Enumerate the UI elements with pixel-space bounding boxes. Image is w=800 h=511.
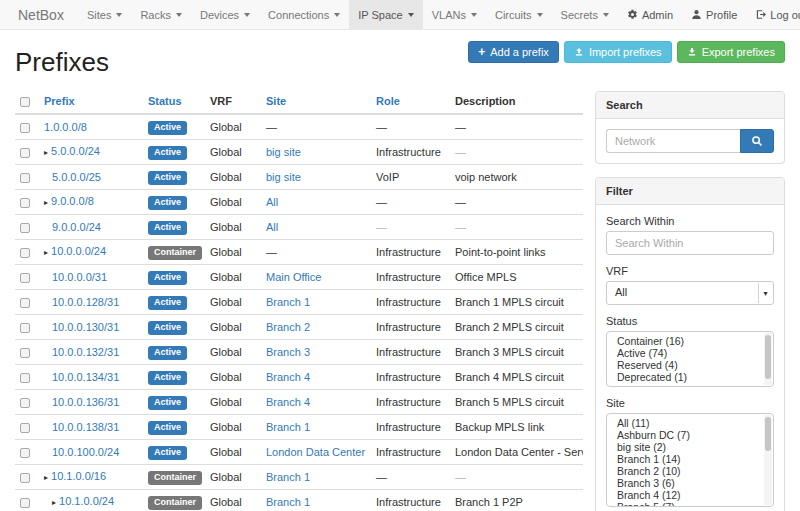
nav-admin[interactable]: Admin (618, 0, 682, 29)
prefix-link[interactable]: 10.0.0.0/24 (51, 245, 106, 257)
row-checkbox[interactable] (20, 273, 30, 283)
row-checkbox[interactable] (20, 423, 30, 433)
status-badge[interactable]: Container (148, 496, 202, 510)
prefix-link[interactable]: 9.0.0.0/8 (51, 195, 94, 207)
site-link[interactable]: Branch 1 (266, 296, 310, 308)
site-link[interactable]: Branch 1 (266, 421, 310, 433)
nav-profile[interactable]: Profile (682, 0, 746, 29)
status-badge[interactable]: Active (148, 221, 187, 235)
site-option[interactable]: Branch 5 (7) (607, 501, 773, 507)
site-link[interactable]: Branch 1 (266, 496, 310, 508)
site-link[interactable]: Branch 4 (266, 396, 310, 408)
row-checkbox[interactable] (20, 123, 30, 133)
status-badge[interactable]: Active (148, 171, 187, 185)
row-checkbox[interactable] (20, 323, 30, 333)
select-all-checkbox[interactable] (20, 97, 30, 107)
add-prefix-button[interactable]: + Add a prefix (468, 41, 559, 63)
row-checkbox[interactable] (20, 248, 30, 258)
site-option[interactable]: Branch 2 (10) (607, 465, 773, 477)
prefix-link[interactable]: 10.0.0.138/31 (52, 421, 119, 433)
row-checkbox[interactable] (20, 173, 30, 183)
site-link[interactable]: Branch 2 (266, 321, 310, 333)
row-checkbox[interactable] (20, 198, 30, 208)
site-link[interactable]: Branch 3 (266, 346, 310, 358)
prefix-link[interactable]: 5.0.0.0/25 (52, 171, 101, 183)
status-badge[interactable]: Active (148, 321, 187, 335)
row-checkbox[interactable] (20, 448, 30, 458)
status-badge[interactable]: Active (148, 396, 187, 410)
brand-logo[interactable]: NetBox (14, 0, 78, 29)
status-option[interactable]: Reserved (4) (607, 359, 773, 371)
status-listbox[interactable]: Container (16)Active (74)Reserved (4)Dep… (606, 331, 774, 387)
nav-item-secrets[interactable]: Secrets (552, 0, 618, 29)
prefix-link[interactable]: 10.0.0.136/31 (52, 396, 119, 408)
import-prefixes-button[interactable]: Import prefixes (564, 41, 672, 63)
prefix-link[interactable]: 10.0.100.0/24 (52, 446, 119, 458)
nav-item-vlans[interactable]: VLANs (423, 0, 486, 29)
status-badge[interactable]: Active (148, 371, 187, 385)
site-link[interactable]: big site (266, 146, 301, 158)
site-link[interactable]: All (266, 196, 278, 208)
vrf-select[interactable]: All ▾ (606, 281, 774, 305)
prefix-link[interactable]: 10.0.0.0/31 (52, 271, 107, 283)
row-checkbox[interactable] (20, 223, 30, 233)
status-badge[interactable]: Active (148, 421, 187, 435)
row-checkbox[interactable] (20, 398, 30, 408)
status-scrollbar-thumb[interactable] (765, 335, 771, 379)
prefix-link[interactable]: 9.0.0.0/24 (52, 221, 101, 233)
site-option[interactable]: Branch 3 (6) (607, 477, 773, 489)
site-link[interactable]: Main Office (266, 271, 321, 283)
site-option[interactable]: Branch 4 (12) (607, 489, 773, 501)
site-link[interactable]: Branch 1 (266, 471, 310, 483)
site-link[interactable]: All (266, 221, 278, 233)
status-badge[interactable]: Active (148, 121, 187, 135)
row-checkbox[interactable] (20, 148, 30, 158)
site-option[interactable]: big site (2) (607, 441, 773, 453)
row-checkbox[interactable] (20, 373, 30, 383)
row-checkbox[interactable] (20, 498, 30, 508)
sort-header-status[interactable]: Status (148, 95, 182, 107)
prefix-link[interactable]: 10.0.0.134/31 (52, 371, 119, 383)
prefix-link[interactable]: 5.0.0.0/24 (51, 145, 100, 157)
search-within-input[interactable] (606, 231, 774, 255)
prefix-link[interactable]: 10.0.0.132/31 (52, 346, 119, 358)
row-checkbox[interactable] (20, 473, 30, 483)
site-link[interactable]: big site (266, 171, 301, 183)
row-checkbox[interactable] (20, 298, 30, 308)
prefix-link[interactable]: 10.0.0.130/31 (52, 321, 119, 333)
prefix-link[interactable]: 10.1.0.0/16 (51, 470, 106, 482)
site-listbox[interactable]: All (11)Ashburn DC (7)big site (2)Branch… (606, 413, 774, 507)
nav-item-circuits[interactable]: Circuits (486, 0, 552, 29)
search-button[interactable] (740, 129, 774, 153)
status-option[interactable]: Container (16) (607, 335, 773, 347)
site-option[interactable]: Branch 1 (14) (607, 453, 773, 465)
status-option[interactable]: Deprecated (1) (607, 371, 773, 383)
sort-header-role[interactable]: Role (376, 95, 400, 107)
prefix-link[interactable]: 1.0.0.0/8 (44, 121, 87, 133)
site-link[interactable]: London Data Center (266, 446, 365, 458)
status-option[interactable]: Active (74) (607, 347, 773, 359)
status-badge[interactable]: Active (148, 296, 187, 310)
sort-header-prefix[interactable]: Prefix (44, 95, 75, 107)
nav-item-connections[interactable]: Connections (259, 0, 349, 29)
status-badge[interactable]: Active (148, 146, 187, 160)
nav-item-racks[interactable]: Racks (131, 0, 191, 29)
status-badge[interactable]: Container (148, 471, 202, 485)
nav-item-sites[interactable]: Sites (78, 0, 131, 29)
status-badge[interactable]: Active (148, 446, 187, 460)
export-prefixes-button[interactable]: Export prefixes (677, 41, 785, 63)
site-link[interactable]: Branch 4 (266, 371, 310, 383)
nav-logout[interactable]: Log out (746, 0, 800, 29)
site-scrollbar-thumb[interactable] (765, 417, 771, 451)
site-option[interactable]: Ashburn DC (7) (607, 429, 773, 441)
status-badge[interactable]: Active (148, 346, 187, 360)
site-option[interactable]: All (11) (607, 417, 773, 429)
status-badge[interactable]: Active (148, 196, 187, 210)
status-badge[interactable]: Container (148, 246, 202, 260)
status-badge[interactable]: Active (148, 271, 187, 285)
nav-item-ip-space[interactable]: IP Space (349, 0, 422, 29)
row-checkbox[interactable] (20, 348, 30, 358)
prefix-link[interactable]: 10.1.0.0/24 (59, 495, 114, 507)
search-input[interactable] (606, 129, 740, 153)
nav-item-devices[interactable]: Devices (191, 0, 259, 29)
